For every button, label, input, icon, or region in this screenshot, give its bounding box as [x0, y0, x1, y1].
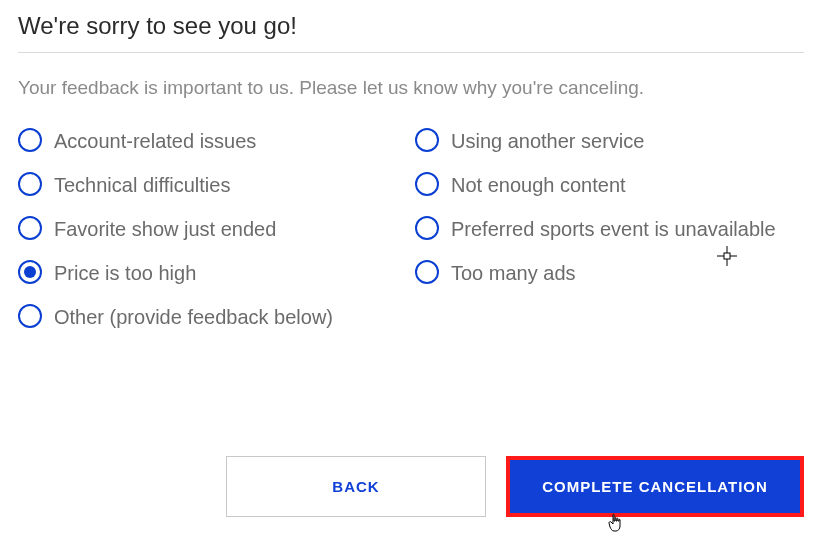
cancel-reason-options: Account-related issuesUsing another serv… [18, 127, 804, 331]
cancel-reason-option[interactable]: Technical difficulties [18, 171, 407, 199]
radio-icon[interactable] [18, 216, 42, 240]
option-label: Preferred sports event is unavailable [451, 215, 776, 243]
radio-icon[interactable] [18, 304, 42, 328]
option-label: Not enough content [451, 171, 626, 199]
option-label: Favorite show just ended [54, 215, 276, 243]
radio-icon[interactable] [415, 216, 439, 240]
page-title: We're sorry to see you go! [18, 12, 804, 52]
option-label: Technical difficulties [54, 171, 230, 199]
radio-icon[interactable] [18, 172, 42, 196]
radio-icon[interactable] [18, 128, 42, 152]
back-button[interactable]: BACK [226, 456, 486, 517]
option-label: Too many ads [451, 259, 576, 287]
complete-cancellation-button[interactable]: COMPLETE CANCELLATION [510, 460, 800, 513]
cancel-reason-option[interactable]: Account-related issues [18, 127, 407, 155]
button-row: BACK COMPLETE CANCELLATION [0, 456, 804, 517]
option-label: Account-related issues [54, 127, 256, 155]
radio-icon[interactable] [18, 260, 42, 284]
feedback-prompt: Your feedback is important to us. Please… [18, 77, 804, 99]
cancel-reason-option[interactable]: Preferred sports event is unavailable [415, 215, 804, 243]
option-label: Other (provide feedback below) [54, 303, 333, 331]
cancel-reason-option[interactable]: Using another service [415, 127, 804, 155]
cancel-reason-option[interactable]: Too many ads [415, 259, 804, 287]
divider [18, 52, 804, 53]
option-label: Using another service [451, 127, 644, 155]
radio-icon[interactable] [415, 128, 439, 152]
cancel-reason-option[interactable]: Not enough content [415, 171, 804, 199]
cancel-reason-option[interactable]: Price is too high [18, 259, 407, 287]
radio-icon[interactable] [415, 260, 439, 284]
highlight-border: COMPLETE CANCELLATION [506, 456, 804, 517]
cancel-reason-option[interactable]: Favorite show just ended [18, 215, 407, 243]
radio-icon[interactable] [415, 172, 439, 196]
option-label: Price is too high [54, 259, 196, 287]
cancel-reason-option[interactable]: Other (provide feedback below) [18, 303, 804, 331]
